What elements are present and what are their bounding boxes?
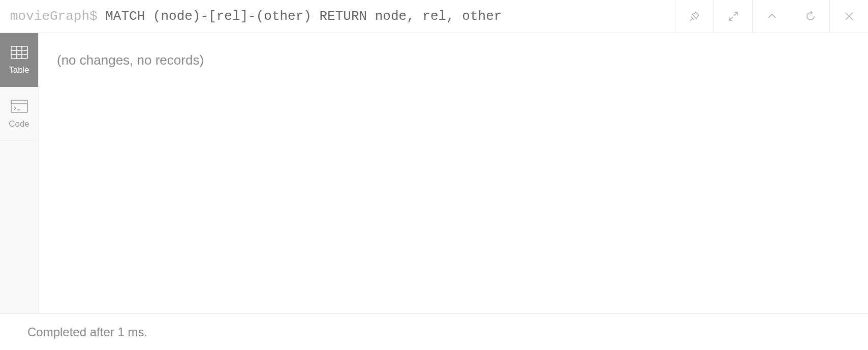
- expand-icon: [727, 10, 739, 22]
- prompt-query: MATCH (node)-[rel]-(other) RETURN node, …: [105, 9, 502, 24]
- close-icon: [843, 10, 855, 22]
- code-icon: [10, 99, 28, 114]
- result-content: (no changes, no records): [39, 33, 868, 313]
- status-footer: Completed after 1 ms.: [0, 313, 868, 350]
- tab-table-label: Table: [9, 65, 29, 75]
- tab-code-label: Code: [9, 119, 29, 129]
- query-header: movieGraph$ MATCH (node)-[rel]-(other) R…: [0, 0, 868, 33]
- chevron-up-icon: [766, 10, 778, 22]
- svg-rect-0: [11, 46, 27, 59]
- prompt-label: movieGraph$: [10, 9, 105, 24]
- view-sidebar: Table Code: [0, 33, 39, 313]
- header-actions: [675, 0, 868, 33]
- expand-button[interactable]: [714, 0, 752, 33]
- pin-button[interactable]: [675, 0, 714, 33]
- result-body: Table Code (no changes, no records): [0, 33, 868, 313]
- rerun-button[interactable]: [791, 0, 829, 33]
- close-button[interactable]: [829, 0, 868, 33]
- pin-icon: [689, 10, 701, 22]
- table-icon: [10, 45, 28, 60]
- empty-result-message: (no changes, no records): [57, 52, 850, 68]
- refresh-icon: [804, 10, 817, 22]
- collapse-button[interactable]: [752, 0, 791, 33]
- tab-code[interactable]: Code: [0, 87, 38, 141]
- tab-table[interactable]: Table: [0, 33, 38, 87]
- status-text: Completed after 1 ms.: [27, 325, 147, 339]
- query-prompt-area[interactable]: movieGraph$ MATCH (node)-[rel]-(other) R…: [0, 9, 675, 24]
- svg-rect-5: [11, 100, 27, 112]
